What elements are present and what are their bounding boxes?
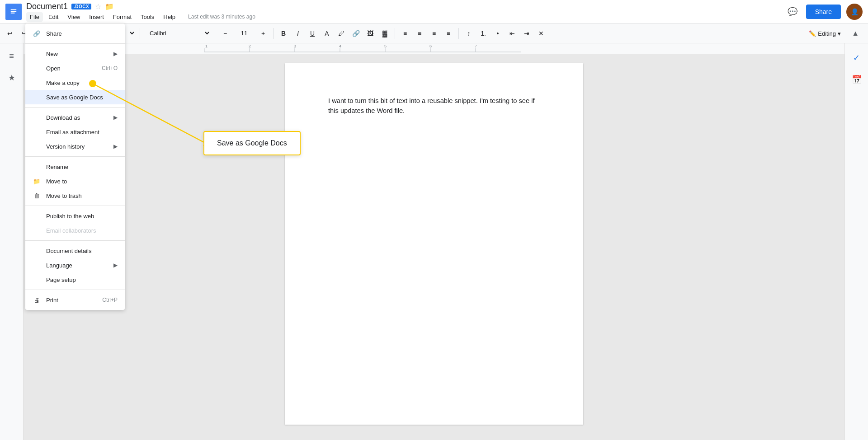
text-color-button[interactable]: A: [321, 27, 333, 40]
svg-text:5: 5: [384, 44, 387, 48]
editing-status: ✏️ Editing ▾: [809, 30, 841, 37]
email-icon: [33, 128, 41, 136]
separator-4: [273, 28, 274, 39]
sidebar-calendar-icon[interactable]: 📅: [848, 70, 866, 89]
share-button[interactable]: Share: [806, 5, 841, 19]
sidebar-explore-icon[interactable]: ★: [3, 69, 21, 87]
divider-2: [25, 156, 125, 157]
menu-item-save-google-docs[interactable]: Save as Google Docs: [25, 90, 125, 104]
separator-2: [140, 28, 140, 39]
new-arrow: ▶: [113, 51, 118, 57]
email-label: Email as attachment: [46, 129, 99, 136]
copy-icon: [33, 79, 41, 87]
divider-4: [25, 240, 125, 241]
user-avatar[interactable]: 👤: [846, 4, 863, 20]
menu-item-trash[interactable]: 🗑 Move to trash: [25, 188, 125, 203]
folder-icon[interactable]: 📁: [105, 2, 114, 11]
menu-item-edit[interactable]: Edit: [45, 12, 62, 22]
save-google-docs-callout: Save as Google Docs: [203, 131, 301, 155]
chevron-down-icon[interactable]: ▾: [838, 30, 841, 37]
menu-item-version[interactable]: Version history ▶: [25, 139, 125, 154]
separator-6: [458, 28, 459, 39]
link-button[interactable]: 🔗: [349, 27, 362, 40]
menu-item-email[interactable]: Email as attachment: [25, 125, 125, 139]
sidebar-outline-icon[interactable]: ≡: [3, 47, 21, 65]
menu-item-view[interactable]: View: [64, 12, 84, 22]
text-align-button[interactable]: ▓: [378, 27, 391, 40]
svg-text:1: 1: [205, 44, 208, 48]
menu-item-doc-details[interactable]: Document details: [25, 243, 125, 258]
editing-label[interactable]: Editing: [818, 30, 836, 37]
menu-item-tools[interactable]: Tools: [137, 12, 158, 22]
menu-item-print[interactable]: 🖨 Print Ctrl+P: [25, 293, 125, 307]
menu-item-share[interactable]: 🔗 Share: [25, 26, 125, 41]
separator-3: [215, 28, 215, 39]
rename-label: Rename: [46, 164, 68, 170]
italic-button[interactable]: I: [292, 27, 304, 40]
collapse-toolbar-button[interactable]: ▲: [852, 29, 859, 37]
menu-item-format[interactable]: Format: [109, 12, 135, 22]
rename-icon: [33, 163, 41, 171]
menu-item-publish[interactable]: Publish to the web: [25, 209, 125, 223]
font-select[interactable]: Calibri Arial Times New Roman: [144, 27, 211, 39]
language-arrow: ▶: [113, 262, 118, 268]
clear-format-button[interactable]: ✕: [535, 27, 547, 40]
svg-rect-3: [11, 12, 15, 13]
menu-item-copy[interactable]: Make a copy: [25, 75, 125, 90]
menu-item-file[interactable]: File: [26, 12, 43, 22]
line-spacing-button[interactable]: ↕: [462, 27, 475, 40]
page-setup-label: Page setup: [46, 276, 76, 283]
document-content[interactable]: I want to turn this bit of text into a r…: [328, 96, 540, 116]
last-edit-label: Last edit was 3 minutes ago: [184, 12, 259, 21]
menu-item-new[interactable]: New ▶: [25, 47, 125, 61]
highlight-button[interactable]: 🖊: [335, 27, 348, 40]
font-size-decrease[interactable]: −: [219, 27, 231, 40]
trash-label: Move to trash: [46, 192, 82, 199]
document-title[interactable]: Document1: [26, 2, 68, 11]
bulleted-list-button[interactable]: •: [491, 27, 504, 40]
numbered-list-button[interactable]: 1.: [477, 27, 490, 40]
page-setup-icon: [33, 276, 41, 284]
underline-button[interactable]: U: [306, 27, 319, 40]
trash-icon: 🗑: [33, 192, 41, 200]
new-icon: [33, 50, 41, 58]
undo-button[interactable]: ↩: [4, 27, 16, 40]
star-icon[interactable]: ☆: [95, 2, 101, 11]
save-google-docs-label: Save as Google Docs: [46, 94, 103, 101]
font-size-input[interactable]: [233, 28, 255, 39]
menu-item-page-setup[interactable]: Page setup: [25, 272, 125, 287]
docs-logo[interactable]: [5, 4, 22, 20]
menu-item-help[interactable]: Help: [160, 12, 179, 22]
align-center-button[interactable]: ≡: [413, 27, 426, 40]
menu-item-move[interactable]: 📁 Move to: [25, 174, 125, 188]
align-right-button[interactable]: ≡: [428, 27, 440, 40]
version-arrow: ▶: [113, 143, 118, 150]
menu-item-insert[interactable]: Insert: [85, 12, 108, 22]
divider-1: [25, 107, 125, 108]
publish-label: Publish to the web: [46, 213, 94, 220]
svg-text:4: 4: [339, 44, 341, 48]
language-icon: [33, 261, 41, 269]
menu-item-rename[interactable]: Rename: [25, 159, 125, 174]
menu-item-download[interactable]: Download as ▶: [25, 110, 125, 125]
separator-5: [395, 28, 395, 39]
menu-item-language[interactable]: Language ▶: [25, 258, 125, 272]
comment-button[interactable]: 💬: [784, 4, 801, 20]
justify-button[interactable]: ≡: [442, 27, 455, 40]
bold-button[interactable]: B: [277, 27, 290, 40]
sidebar-task-icon[interactable]: ✓: [848, 49, 866, 67]
move-label: Move to: [46, 178, 67, 185]
font-size-increase[interactable]: +: [257, 27, 269, 40]
align-left-button[interactable]: ≡: [399, 27, 411, 40]
divider-0: [25, 43, 125, 44]
insert-image-button[interactable]: 🖼: [364, 27, 377, 40]
decrease-indent-button[interactable]: ⇤: [506, 27, 519, 40]
menu-item-open[interactable]: Open Ctrl+O: [25, 61, 125, 75]
document-area[interactable]: I want to turn this bit of text into a r…: [24, 54, 844, 440]
print-menu-icon: 🖨: [33, 296, 41, 304]
title-right: 💬 Share 👤: [784, 4, 863, 20]
docx-badge: .DOCX: [71, 4, 91, 9]
svg-text:6: 6: [429, 44, 432, 48]
increase-indent-button[interactable]: ⇥: [520, 27, 533, 40]
download-icon: [33, 113, 41, 122]
